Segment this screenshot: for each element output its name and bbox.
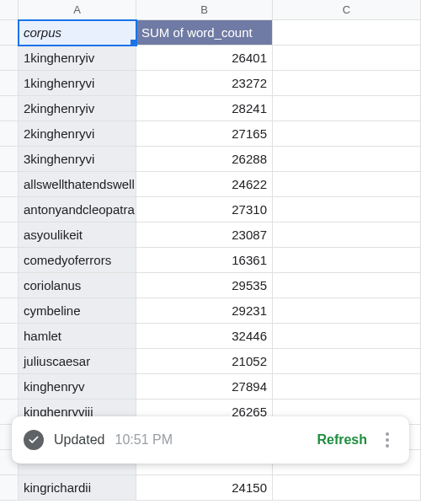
cell-value[interactable]: 27165 [136,121,273,147]
cell-empty[interactable] [273,349,421,374]
cell-value[interactable]: 32446 [136,324,273,349]
cell-value[interactable]: 21052 [136,349,273,374]
row-header[interactable] [0,349,19,374]
cell-value[interactable]: 29231 [136,298,273,324]
cell-value[interactable]: 24622 [136,172,273,197]
cell-corpus[interactable]: juliuscaesar [19,349,136,374]
cell-corpus[interactable]: cymbeline [19,298,136,324]
row-header[interactable] [0,46,19,71]
column-header-a[interactable]: A [19,0,136,20]
more-options-icon[interactable] [377,432,397,448]
row-header[interactable] [0,147,19,172]
cell-empty[interactable] [273,324,421,349]
column-header-c[interactable]: C [273,0,421,20]
pivot-header-sum[interactable]: SUM of word_count [136,20,273,46]
cell-empty[interactable] [273,71,421,96]
cell-empty[interactable] [273,248,421,273]
cell-empty[interactable] [273,374,421,399]
cell-value[interactable]: 29535 [136,273,273,298]
cell-empty[interactable] [273,475,421,501]
cell-empty[interactable] [273,96,421,121]
row-header[interactable] [0,96,19,121]
pivot-header-corpus[interactable]: corpus [19,20,136,46]
status-text: Updated [54,432,105,448]
row-header[interactable] [0,324,19,349]
row-header[interactable] [0,172,19,197]
cell-empty[interactable] [273,298,421,324]
cell-empty[interactable] [273,273,421,298]
cell-corpus[interactable]: 1kinghenryiv [19,46,136,71]
cell-value[interactable]: 23272 [136,71,273,96]
row-header[interactable] [0,298,19,324]
check-icon [24,430,44,450]
cell-empty[interactable] [273,223,421,248]
cell-empty[interactable] [273,20,421,46]
cell-empty[interactable] [273,197,421,223]
cell-empty[interactable] [273,46,421,71]
cell-corpus[interactable]: 3kinghenryvi [19,147,136,172]
cell-empty[interactable] [273,172,421,197]
status-toast: Updated 10:51 PM Refresh [12,416,409,464]
row-header[interactable] [0,374,19,399]
status-time: 10:51 PM [115,432,173,448]
cell-empty[interactable] [273,121,421,147]
cell-corpus[interactable]: asyoulikeit [19,223,136,248]
cell-value[interactable]: 27310 [136,197,273,223]
cell-value[interactable]: 16361 [136,248,273,273]
cell-corpus[interactable]: comedyoferrors [19,248,136,273]
cell-corpus[interactable]: 2kinghenryvi [19,121,136,147]
refresh-button[interactable]: Refresh [317,432,367,448]
row-header[interactable] [0,71,19,96]
select-all-corner[interactable] [0,0,19,20]
row-header[interactable] [0,20,19,46]
cell-value[interactable]: 23087 [136,223,273,248]
cell-corpus[interactable]: 1kinghenryvi [19,71,136,96]
cell-corpus[interactable]: allswellthatendswell [19,172,136,197]
cell-empty[interactable] [273,147,421,172]
cell-value[interactable]: 26401 [136,46,273,71]
cell-corpus[interactable]: antonyandcleopatra [19,197,136,223]
cell-corpus[interactable]: coriolanus [19,273,136,298]
cell-corpus[interactable]: kingrichardii [19,475,136,501]
column-header-b[interactable]: B [136,0,273,20]
cell-value[interactable]: 28241 [136,96,273,121]
cell-value[interactable]: 27894 [136,374,273,399]
row-header[interactable] [0,273,19,298]
row-header[interactable] [0,197,19,223]
row-header[interactable] [0,475,19,501]
row-header[interactable] [0,121,19,147]
cell-value[interactable]: 24150 [136,475,273,501]
cell-corpus[interactable]: kinghenryv [19,374,136,399]
cell-corpus[interactable]: hamlet [19,324,136,349]
cell-corpus[interactable]: 2kinghenryiv [19,96,136,121]
row-header[interactable] [0,248,19,273]
row-header[interactable] [0,223,19,248]
cell-value[interactable]: 26288 [136,147,273,172]
